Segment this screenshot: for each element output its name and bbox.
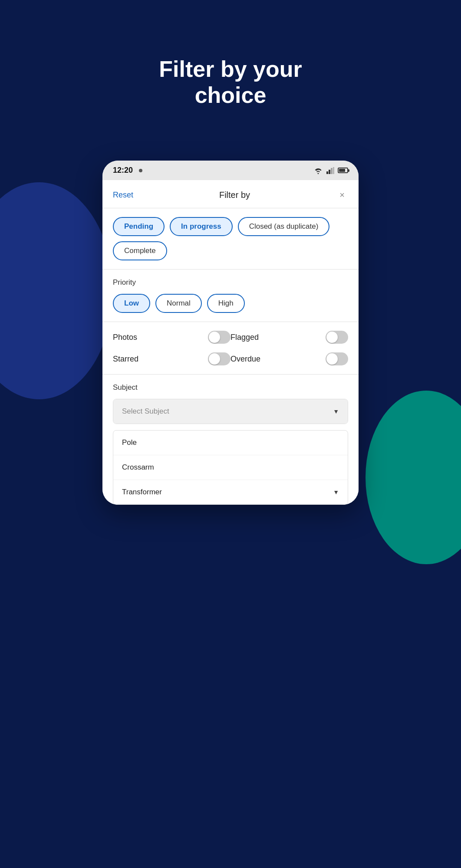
svg-rect-3: [333, 167, 334, 174]
subject-dropdown-list: Pole Crossarm Transformer ▼: [113, 430, 348, 505]
subject-item-pole[interactable]: Pole: [113, 431, 348, 455]
filter-title: Filter by: [219, 190, 250, 200]
chip-pending[interactable]: Pending: [113, 217, 165, 236]
subject-label: Subject: [113, 383, 348, 392]
starred-label: Starred: [113, 355, 208, 364]
subject-section: Subject Select Subject ▼ Pole Crossarm T…: [102, 375, 359, 505]
chip-in-progress[interactable]: In progress: [170, 217, 233, 236]
signal-icon: [326, 167, 334, 174]
close-button[interactable]: ×: [336, 189, 348, 201]
battery-icon: [338, 168, 348, 173]
toggle-group-photos: Photos: [113, 331, 230, 344]
flagged-label: Flagged: [230, 333, 326, 342]
priority-label: Priority: [113, 278, 348, 287]
priority-section: Priority Low Normal High: [102, 270, 359, 322]
reset-button[interactable]: Reset: [113, 191, 133, 200]
bg-decoration-left: [0, 182, 113, 399]
svg-rect-1: [329, 170, 330, 174]
subject-item-transformer[interactable]: Transformer ▼: [113, 480, 348, 504]
toggle-group-starred: Starred: [113, 352, 230, 365]
toggles-section: Photos Flagged Starred Overdue: [102, 322, 359, 375]
photos-label: Photos: [113, 333, 208, 342]
priority-chips-row: Low Normal High: [113, 294, 348, 313]
chip-low[interactable]: Low: [113, 294, 150, 313]
subject-dropdown[interactable]: Select Subject ▼: [113, 399, 348, 424]
chip-high[interactable]: High: [207, 294, 245, 313]
hero-title: Filter by your choice: [0, 0, 461, 108]
chip-complete[interactable]: Complete: [113, 241, 167, 260]
phone-mockup: 12:20 Reset Filter by: [102, 161, 359, 505]
status-chips-row: Pending In progress Closed (as duplicate…: [113, 217, 348, 260]
overdue-label: Overdue: [230, 355, 326, 364]
flagged-toggle[interactable]: [326, 331, 348, 344]
starred-toggle[interactable]: [208, 352, 230, 365]
toggle-row-photos-flagged: Photos Flagged: [113, 331, 348, 344]
scroll-down-arrow-icon: ▼: [333, 489, 339, 496]
status-bar: 12:20: [102, 161, 359, 180]
filter-header: Reset Filter by ×: [102, 180, 359, 208]
toggle-group-flagged: Flagged: [230, 331, 348, 344]
status-icons: [313, 167, 348, 174]
dropdown-arrow-icon: ▼: [333, 408, 339, 415]
status-chips-section: Pending In progress Closed (as duplicate…: [102, 208, 359, 270]
svg-rect-0: [326, 171, 328, 174]
photos-toggle[interactable]: [208, 331, 230, 344]
overdue-toggle[interactable]: [326, 352, 348, 365]
dropdown-placeholder: Select Subject: [122, 407, 169, 416]
chip-closed-duplicate[interactable]: Closed (as duplicate): [238, 217, 330, 236]
wifi-icon: [313, 167, 323, 174]
bg-decoration-right: [366, 391, 461, 564]
dropdown-header[interactable]: Select Subject ▼: [113, 399, 348, 424]
status-dot: [139, 169, 142, 172]
svg-rect-2: [331, 168, 333, 174]
toggle-group-overdue: Overdue: [230, 352, 348, 365]
subject-item-crossarm[interactable]: Crossarm: [113, 455, 348, 480]
chip-normal[interactable]: Normal: [155, 294, 202, 313]
status-time: 12:20: [113, 166, 133, 175]
toggle-row-starred-overdue: Starred Overdue: [113, 352, 348, 365]
